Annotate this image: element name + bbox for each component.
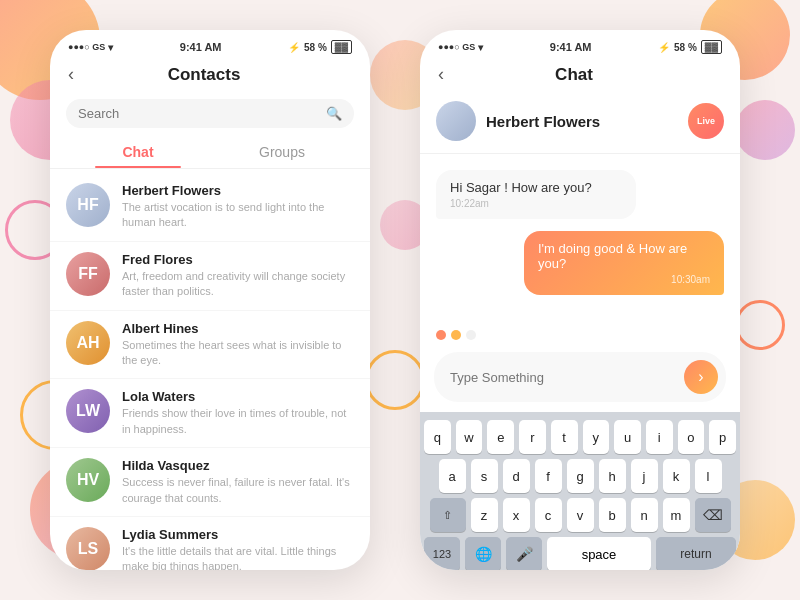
typing-dot-3 [466, 330, 476, 340]
contact-avatar: FF [66, 252, 110, 296]
typing-indicator [420, 314, 740, 348]
key-t[interactable]: t [551, 420, 578, 454]
contact-item[interactable]: LS Lydia Summers It's the little details… [50, 517, 370, 570]
right-bluetooth: ⚡ [658, 42, 670, 53]
left-bluetooth: ⚡ [288, 42, 300, 53]
key-j[interactable]: j [631, 459, 658, 493]
key-o[interactable]: o [678, 420, 705, 454]
key-v[interactable]: v [567, 498, 594, 532]
key-k[interactable]: k [663, 459, 690, 493]
contact-info: Lydia Summers It's the little details th… [122, 527, 354, 570]
contact-avatar: HF [66, 183, 110, 227]
return-key[interactable]: return [656, 537, 736, 570]
left-signal: ●●●○ GS ▾ [68, 42, 113, 53]
right-battery-icon: ▓▓ [701, 40, 722, 54]
left-header: ‹ Contacts [50, 58, 370, 93]
keyboard: qwertyuiopasdfghjkl⇧zxcvbnm⌫123🌐🎤spacere… [420, 412, 740, 570]
key-g[interactable]: g [567, 459, 594, 493]
key-s[interactable]: s [471, 459, 498, 493]
contact-message: It's the little details that are vital. … [122, 544, 354, 570]
contact-info: Hilda Vasquez Success is never final, fa… [122, 458, 354, 506]
key-p[interactable]: p [709, 420, 736, 454]
key-m[interactable]: m [663, 498, 690, 532]
key-i[interactable]: i [646, 420, 673, 454]
left-battery-icon: ▓▓ [331, 40, 352, 54]
typing-dot-1 [436, 330, 446, 340]
contact-list: HF Herbert Flowers The artist vocation i… [50, 173, 370, 570]
tabs-container: Chat Groups [50, 138, 370, 169]
contact-info: Fred Flores Art, freedom and creativity … [122, 252, 354, 300]
contact-info: Lola Waters Friends show their love in t… [122, 389, 354, 437]
num-key[interactable]: 123 [424, 537, 460, 570]
contact-avatar: LW [66, 389, 110, 433]
right-header: ‹ Chat [420, 58, 740, 93]
left-dots: ●●●○ GS [68, 42, 105, 52]
contact-item[interactable]: LW Lola Waters Friends show their love i… [50, 379, 370, 448]
right-dots: ●●●○ GS [438, 42, 475, 52]
contact-item[interactable]: FF Fred Flores Art, freedom and creativi… [50, 242, 370, 311]
left-battery-text: 58 % [304, 42, 327, 53]
globe-key[interactable]: 🌐 [465, 537, 501, 570]
right-back-button[interactable]: ‹ [438, 64, 444, 85]
search-icon: 🔍 [326, 106, 342, 121]
contact-avatar: AH [66, 321, 110, 365]
right-time: 9:41 AM [550, 41, 592, 53]
key-w[interactable]: w [456, 420, 483, 454]
key-r[interactable]: r [519, 420, 546, 454]
right-signal: ●●●○ GS ▾ [438, 42, 483, 53]
tab-groups[interactable]: Groups [210, 138, 354, 168]
key-a[interactable]: a [439, 459, 466, 493]
keyboard-row-1: qwertyuiop [424, 420, 736, 454]
right-battery: ⚡ 58 % ▓▓ [658, 40, 722, 54]
right-page-title: Chat [452, 65, 696, 85]
right-status-bar: ●●●○ GS ▾ 9:41 AM ⚡ 58 % ▓▓ [420, 30, 740, 58]
right-battery-text: 58 % [674, 42, 697, 53]
tab-chat[interactable]: Chat [66, 138, 210, 168]
search-input[interactable] [78, 106, 326, 121]
received-text-1: Hi Sagar ! How are you? [450, 180, 622, 195]
left-page-title: Contacts [82, 65, 326, 85]
key-q[interactable]: q [424, 420, 451, 454]
key-e[interactable]: e [487, 420, 514, 454]
key-h[interactable]: h [599, 459, 626, 493]
contact-item[interactable]: HF Herbert Flowers The artist vocation i… [50, 173, 370, 242]
key-x[interactable]: x [503, 498, 530, 532]
left-back-button[interactable]: ‹ [68, 64, 74, 85]
received-message-1: Hi Sagar ! How are you? 10:22am [436, 170, 636, 219]
key-d[interactable]: d [503, 459, 530, 493]
message-input[interactable] [450, 370, 684, 385]
contact-message: Success is never final, failure is never… [122, 475, 354, 506]
send-button[interactable]: › [684, 360, 718, 394]
contact-message: The artist vocation is to send light int… [122, 200, 354, 231]
contact-name: Lola Waters [122, 389, 354, 404]
backspace-key[interactable]: ⌫ [695, 498, 731, 532]
received-time-1: 10:22am [450, 198, 622, 209]
key-z[interactable]: z [471, 498, 498, 532]
key-c[interactable]: c [535, 498, 562, 532]
keyboard-row-bottom: 123🌐🎤spacereturn [424, 537, 736, 570]
mic-key[interactable]: 🎤 [506, 537, 542, 570]
key-y[interactable]: y [583, 420, 610, 454]
contact-name: Lydia Summers [122, 527, 354, 542]
chat-contact-bar: Herbert Flowers Live [420, 93, 740, 154]
key-u[interactable]: u [614, 420, 641, 454]
key-n[interactable]: n [631, 498, 658, 532]
contact-message: Art, freedom and creativity will change … [122, 269, 354, 300]
shift-key[interactable]: ⇧ [430, 498, 466, 532]
key-f[interactable]: f [535, 459, 562, 493]
contact-name: Hilda Vasquez [122, 458, 354, 473]
typing-dot-2 [451, 330, 461, 340]
contact-item[interactable]: HV Hilda Vasquez Success is never final,… [50, 448, 370, 517]
contact-item[interactable]: AH Albert Hines Sometimes the heart sees… [50, 311, 370, 380]
space-key[interactable]: space [547, 537, 651, 570]
right-phone: ●●●○ GS ▾ 9:41 AM ⚡ 58 % ▓▓ ‹ Chat Herbe… [420, 30, 740, 570]
sent-text-1: I'm doing good & How are you? [538, 241, 710, 271]
key-l[interactable]: l [695, 459, 722, 493]
live-button[interactable]: Live [688, 103, 724, 139]
chat-avatar [436, 101, 476, 141]
sent-time-1: 10:30am [538, 274, 710, 285]
message-input-bar: › [434, 352, 726, 402]
key-b[interactable]: b [599, 498, 626, 532]
contact-avatar: LS [66, 527, 110, 570]
contact-info: Herbert Flowers The artist vocation is t… [122, 183, 354, 231]
